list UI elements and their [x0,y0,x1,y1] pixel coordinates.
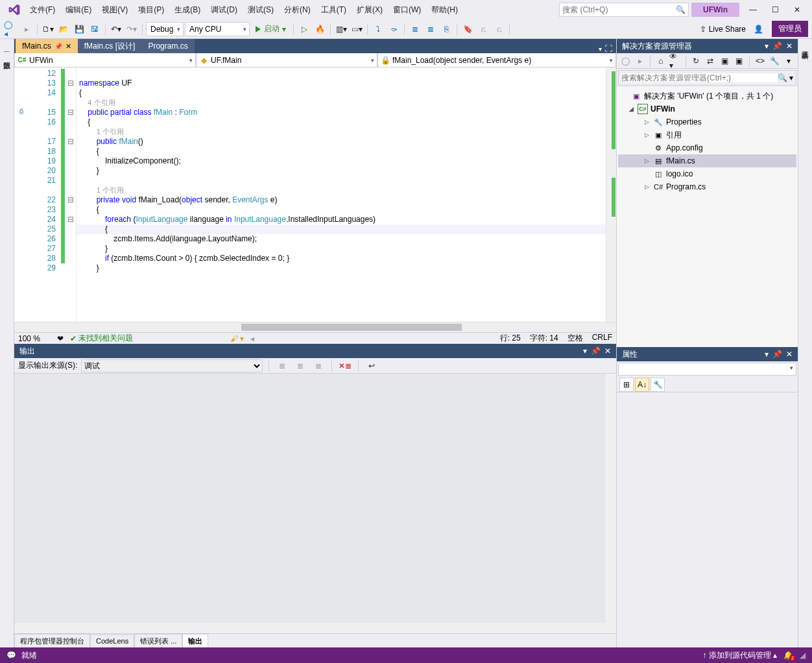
output-vscroll[interactable] [606,374,616,623]
solution-search[interactable]: 🔍 ▾ [618,70,796,86]
pin-icon[interactable]: 📌 [54,43,62,50]
new-project-button[interactable]: 🗋▾ [41,22,55,36]
minimize-button[interactable]: — [742,3,764,17]
scm-button[interactable]: ↑ 添加到源代码管理 ▴ [702,650,777,661]
solution-header[interactable]: 解决方案资源管理器 ▾📌✕ [617,39,798,53]
issues-status[interactable]: ✔未找到相关问题 [70,333,133,344]
sol-collapse-icon[interactable]: ⇄ [704,54,717,67]
overview-ruler[interactable] [606,67,616,322]
editor-hscroll[interactable] [14,322,616,332]
breakpoint-hint-icon[interactable]: ⎙ [14,108,29,117]
indent-right-icon[interactable]: ≣ [424,22,438,36]
menu-1[interactable]: 编辑(E) [60,2,97,18]
close-button[interactable]: ✕ [786,3,808,17]
prop-categorized-icon[interactable]: ⊞ [619,378,634,392]
live-share-button[interactable]: ⇪ Live Share [696,25,750,34]
tree-item-3[interactable]: ▷▤fMain.cs [618,154,796,167]
close-tab-icon[interactable]: ✕ [66,42,71,51]
sol-home-icon[interactable]: ⌂ [654,54,667,67]
indent-left-icon[interactable]: ≣ [408,22,422,36]
platform-combo[interactable]: Any CPU [185,22,250,36]
panel-close-icon[interactable]: ✕ [604,346,611,356]
sol-preview-icon[interactable]: 🔧 [769,54,781,67]
start-nodbg-button[interactable]: ▷ [297,22,311,36]
bottom-tab-2[interactable]: 错误列表 ... [134,634,182,648]
tb-icon-1[interactable]: ▥▾ [334,22,348,36]
prop-pin-icon[interactable]: 📌 [772,350,782,359]
sol-close-icon[interactable]: ✕ [786,42,793,51]
menu-10[interactable]: 窗口(W) [388,2,426,18]
line-ending[interactable]: CRLF [592,333,612,344]
output-clear-icon[interactable]: ✕≣ [338,359,352,373]
menu-9[interactable]: 扩展(X) [352,2,388,18]
tb-misc-2[interactable]: ⎌ [492,22,506,36]
output-prev-icon[interactable]: ≣ [293,359,307,373]
code-editor[interactable]: ⎙ 121314151617181920212223242526272829 ⊟… [14,67,616,322]
sol-sync-icon[interactable]: 👁 ▾ [669,54,682,67]
prop-close-icon[interactable]: ✕ [786,350,793,359]
indent-mode[interactable]: 空格 [567,333,583,344]
health-icon[interactable]: ❤ [57,334,64,343]
output-next-icon[interactable]: ≣ [311,359,326,373]
tree-item-2[interactable]: ⚙App.config [618,141,796,154]
sol-fwd-icon[interactable]: ▸ [634,54,646,67]
notifications-button[interactable]: 🔔2 [783,651,793,660]
start-debug-button[interactable]: 启动 ▾ [251,22,290,36]
project-node[interactable]: ◢C# UFWin [618,102,796,115]
step-over-icon[interactable]: ⤼ [387,22,401,36]
menu-0[interactable]: 文件(F) [25,2,60,18]
prop-alpha-icon[interactable]: A↓ [635,378,649,392]
tab-maximize-icon[interactable]: ⛶ [604,44,612,53]
panel-pin-icon[interactable]: 📌 [591,346,601,356]
output-wrap-icon[interactable]: ↩ [364,359,379,373]
sol-showall-icon[interactable]: ▣ [719,54,731,67]
properties-body[interactable] [617,392,798,647]
undo-button[interactable]: ↶▾ [109,22,123,36]
nav-back-button[interactable]: ◯ ◂ [4,22,18,36]
menu-5[interactable]: 调试(D) [206,2,243,18]
bookmark-icon[interactable]: 🔖 [460,22,475,36]
sol-view-icon[interactable]: <> [754,54,766,67]
tree-item-0[interactable]: ▷🔧Properties [618,115,796,128]
doc-tab-0[interactable]: fMain.cs📌✕ [16,39,78,53]
nav-member-combo[interactable]: 🔒 fMain_Load(object sender, EventArgs e) [377,53,616,67]
menu-2[interactable]: 视图(V) [97,2,133,18]
fold-column[interactable]: ⊟⊟⊟⊟⊟ [65,67,77,322]
menu-6[interactable]: 测试(S) [243,2,279,18]
output-goto-icon[interactable]: ≣ [275,359,289,373]
quick-search[interactable]: 🔍 [559,3,689,17]
sol-back-icon[interactable]: ◯ [619,54,632,67]
properties-header[interactable]: 属性 ▾📌✕ [617,347,798,361]
bottom-tab-0[interactable]: 程序包管理器控制台 [14,634,90,648]
nav-fwd-button[interactable]: ▸ [19,22,34,36]
bottom-tab-3[interactable]: 输出 [182,634,208,648]
output-source-combo[interactable]: 调试 [81,359,263,372]
hot-reload-button[interactable]: 🔥 [313,22,327,36]
step-into-icon[interactable]: ⤵ [371,22,385,36]
sol-refresh-icon[interactable]: ↻ [690,54,702,67]
rail-toolbox[interactable]: 工具箱 [0,42,14,51]
rail-datasources[interactable]: 数据源 [0,52,14,61]
output-body[interactable] [14,374,616,633]
solution-tree[interactable]: ▣ 解决方案 'UFWin' (1 个项目，共 1 个) ◢C# UFWin ▷… [617,87,798,347]
doc-tab-1[interactable]: fMain.cs [设计] [78,39,142,53]
panel-dropdown-icon[interactable]: ▾ [583,346,587,356]
lightbulb-icon[interactable]: 🖌 ▾ [230,334,244,343]
zoom-level[interactable]: 100 % [18,334,51,343]
search-input[interactable] [562,5,676,14]
menu-3[interactable]: 项目(P) [133,2,169,18]
properties-object-combo[interactable] [618,363,796,376]
hscroll-left-icon[interactable]: ◂ [250,334,254,343]
sol-more-icon[interactable]: ▾ [783,54,795,67]
output-header[interactable]: 输出 ▾ 📌 ✕ [14,344,616,358]
tab-dropdown-icon[interactable]: ▾ [599,45,602,53]
nav-project-combo[interactable]: C# UFWin [14,53,196,67]
output-hscroll[interactable] [14,623,616,633]
comment-icon[interactable]: ⎘ [439,22,453,36]
menu-8[interactable]: 工具(T) [316,2,352,18]
rail-diagnostics[interactable]: 诊断工具 [798,42,812,51]
sol-props-icon[interactable]: ▣ [733,54,745,67]
nav-class-combo[interactable]: ◆ UF.fMain [196,53,377,67]
menu-4[interactable]: 生成(B) [169,2,206,18]
resize-grip-icon[interactable]: ◢ [800,651,806,660]
